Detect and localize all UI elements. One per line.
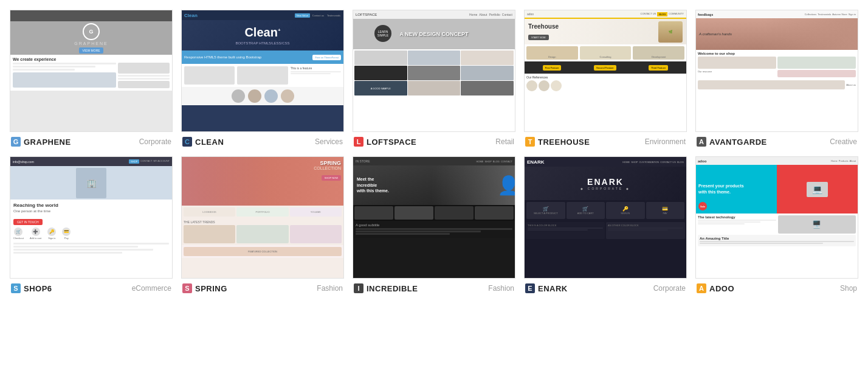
theme-preview-clean: Clean New Value Contact us Testimonials … xyxy=(181,10,344,132)
theme-preview-adoo2: adoo Home Products About Present your pr… xyxy=(695,156,858,279)
theme-name-spring: SPRING xyxy=(195,284,227,293)
theme-preview-graphene: G GRAPHENE VIEW MORE We create experienc… xyxy=(10,10,173,132)
theme-category-clean: Services xyxy=(315,137,343,146)
theme-info-loftspace: L LOFTSPACE Retail xyxy=(353,132,515,149)
theme-preview-loftspace: LOFTSPACE Home About Portfolio Contact A… xyxy=(353,10,515,132)
theme-card-incredible[interactable]: IN STORE HOME SHOP BLOG CONTACT 👤 Meet t… xyxy=(353,156,515,296)
theme-icon-enark: E xyxy=(525,283,535,293)
theme-icon-avantgarde: A xyxy=(697,137,706,147)
theme-category-avantgarde: Creative xyxy=(830,137,857,146)
theme-card-adoo2[interactable]: adoo Home Products About Present your pr… xyxy=(695,156,858,296)
theme-name-treehouse: TREEHOUSE xyxy=(538,137,590,147)
theme-info-shop6: S SHOP6 eCommerce xyxy=(10,279,173,296)
theme-category-enark: Corporate xyxy=(653,284,686,293)
theme-category-loftspace: Retail xyxy=(495,137,514,146)
theme-preview-shop6: info@shop.com SHOP CONTACT MY ACCOUNT 🏢 … xyxy=(10,156,173,279)
theme-name-clean: CLEAN xyxy=(195,137,224,147)
theme-info-enark: E ENARK Corporate xyxy=(524,279,687,296)
theme-icon-adoo2: A xyxy=(697,283,706,293)
theme-name-adoo2: ADOO xyxy=(709,284,734,293)
theme-info-treehouse: T TREEHOUSE Environment xyxy=(524,132,687,149)
theme-card-treehouse[interactable]: adoo CONTACT US BLOG COMMUNITY Treehouse… xyxy=(524,10,687,149)
theme-icon-loftspace: L xyxy=(354,137,363,147)
theme-card-spring[interactable]: SPRING COLLECTION SHOP NOW LOOKBOOK PORT… xyxy=(181,156,344,296)
theme-icon-spring: S xyxy=(182,283,192,293)
theme-preview-treehouse: adoo CONTACT US BLOG COMMUNITY Treehouse… xyxy=(524,10,687,132)
theme-card-shop6[interactable]: info@shop.com SHOP CONTACT MY ACCOUNT 🏢 … xyxy=(10,156,173,296)
theme-preview-incredible: IN STORE HOME SHOP BLOG CONTACT 👤 Meet t… xyxy=(353,156,515,279)
theme-info-graphene: G GRAPHENE Corporate xyxy=(10,132,173,149)
theme-name-avantgarde: AVANTGARDE xyxy=(709,137,767,147)
theme-category-shop6: eCommerce xyxy=(132,284,171,293)
theme-category-spring: Fashion xyxy=(317,284,343,293)
theme-info-incredible: I INCREDIBLE Fashion xyxy=(353,279,515,296)
theme-name-graphene: GRAPHENE xyxy=(24,137,71,147)
theme-icon-clean: C xyxy=(182,137,192,147)
theme-grid: G GRAPHENE VIEW MORE We create experienc… xyxy=(10,10,858,296)
theme-category-incredible: Fashion xyxy=(488,284,514,293)
theme-category-graphene: Corporate xyxy=(139,137,171,146)
theme-card-avantgarde[interactable]: feedbags Collections Testimonials Autumn… xyxy=(695,10,858,149)
theme-preview-enark: ENARK HOME SHOP CUSTOMIZATION CONTACT US… xyxy=(524,156,687,279)
theme-name-enark: ENARK xyxy=(538,284,568,293)
theme-info-clean: C CLEAN Services xyxy=(181,132,344,149)
theme-preview-spring: SPRING COLLECTION SHOP NOW LOOKBOOK PORT… xyxy=(181,156,344,279)
theme-icon-treehouse: T xyxy=(525,137,535,147)
theme-name-shop6: SHOP6 xyxy=(24,284,52,293)
theme-info-spring: S SPRING Fashion xyxy=(181,279,344,296)
theme-category-adoo2: Shop xyxy=(840,284,857,293)
theme-icon-incredible: I xyxy=(354,283,363,293)
theme-icon-shop6: S xyxy=(11,283,21,293)
theme-info-adoo2: A ADOO Shop xyxy=(695,279,858,296)
theme-info-avantgarde: A AVANTGARDE Creative xyxy=(695,132,858,149)
theme-card-graphene[interactable]: G GRAPHENE VIEW MORE We create experienc… xyxy=(10,10,173,149)
theme-preview-avantgarde: feedbags Collections Testimonials Autumn… xyxy=(695,10,858,132)
theme-icon-graphene: G xyxy=(11,137,21,147)
theme-card-clean[interactable]: Clean New Value Contact us Testimonials … xyxy=(181,10,344,149)
theme-card-enark[interactable]: ENARK HOME SHOP CUSTOMIZATION CONTACT US… xyxy=(524,156,687,296)
theme-name-loftspace: LOFTSPACE xyxy=(367,137,416,147)
theme-card-loftspace[interactable]: LOFTSPACE Home About Portfolio Contact A… xyxy=(353,10,515,149)
theme-category-treehouse: Environment xyxy=(645,137,686,146)
theme-name-incredible: INCREDIBLE xyxy=(367,284,418,293)
